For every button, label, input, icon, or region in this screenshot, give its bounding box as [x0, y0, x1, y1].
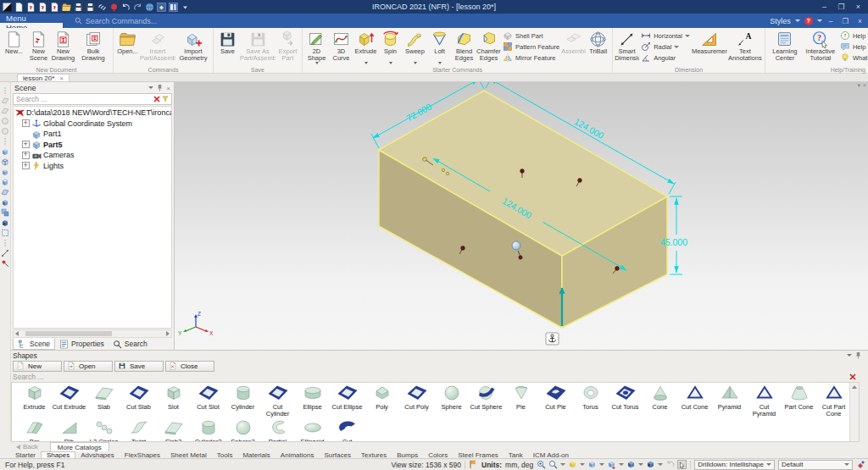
menu-tab-menu[interactable]: Menu [0, 14, 63, 23]
clear-search-icon[interactable] [849, 373, 856, 380]
scene-browser-icon[interactable] [169, 3, 178, 12]
dim-tool-icon[interactable] [1, 249, 9, 257]
button-assemble[interactable]: Assemble [561, 29, 586, 65]
catalog-item-sphere[interactable]: Sphere [434, 384, 469, 417]
styles-caret-icon[interactable] [795, 19, 800, 22]
scene-panel-tab-scene[interactable]: Scene [13, 338, 55, 350]
shapes-menu-caret-icon[interactable] [847, 354, 852, 357]
catalog-item-cut-sphere[interactable]: Cut Sphere [469, 384, 504, 417]
slab-gray-icon[interactable] [1, 107, 9, 115]
button-shell-part[interactable]: Shell Part [503, 30, 559, 41]
slab-blue-icon[interactable] [1, 188, 9, 196]
cube-blue-sel-icon[interactable] [1, 178, 9, 186]
button-help-tutorials[interactable]: Help Tutorials [840, 41, 868, 52]
save-as-icon[interactable] [86, 3, 95, 12]
render-mode-icon[interactable] [157, 3, 166, 12]
button-new[interactable]: New... [2, 29, 26, 65]
scroll-up-icon[interactable] [852, 385, 857, 389]
red-pin-icon[interactable] [520, 169, 525, 174]
button-radial[interactable]: Radial [641, 41, 690, 52]
catalog-open-button[interactable]: Open [64, 361, 113, 372]
catalog-item-cut-pie[interactable]: Cut Pie [538, 384, 573, 417]
cube-blue-solid-icon[interactable] [1, 198, 9, 207]
expand-icon[interactable] [22, 162, 30, 169]
catalog-scrollbar[interactable] [849, 383, 859, 441]
expand-icon[interactable] [22, 119, 30, 127]
catalog-item-ellipsoid[interactable]: Ellipsoid [295, 419, 330, 442]
link-icon[interactable] [97, 3, 107, 12]
button-bulk-drawing-creation[interactable]: Bulk Drawing Creation [75, 29, 111, 65]
save-icon[interactable] [74, 3, 83, 12]
panel-close-icon[interactable] [166, 84, 170, 92]
button-import-geometry[interactable]: Import Geometry [175, 29, 211, 65]
button-loft[interactable]: Loft [427, 29, 452, 65]
cube-render-icon[interactable] [626, 460, 636, 469]
undo-icon[interactable] [121, 3, 131, 12]
minimize-button[interactable]: – [816, 2, 832, 13]
bulk-drawing-icon[interactable] [50, 3, 59, 12]
dim-width-label[interactable]: 72.000 [404, 101, 433, 123]
yellow-pin-icon[interactable] [446, 172, 448, 174]
pointer-icon[interactable] [677, 460, 687, 469]
button-chamfer-edges[interactable]: Chamfer Edges [476, 29, 501, 65]
cube-blue-icon[interactable] [1, 147, 9, 156]
close-button[interactable]: × [850, 2, 866, 13]
catalog-item-cut-cylinder[interactable]: Cut Cylinder [260, 384, 295, 417]
button-what-s-new[interactable]: What's New [840, 53, 868, 63]
scene-search-input[interactable]: Search ... [13, 93, 172, 105]
catalog-item-cone[interactable]: Cone [643, 384, 677, 417]
more-catalogs-tab[interactable]: More Catalogs [50, 442, 109, 451]
pin-icon[interactable] [855, 351, 861, 359]
catalog-item-l3-circles[interactable]: L3 Circles [86, 419, 121, 442]
catalog-item-ellipse[interactable]: Ellipse [295, 384, 330, 417]
cube-blue-open-icon[interactable] [1, 158, 9, 166]
catalog-item-rib[interactable]: Rib [52, 419, 86, 442]
scene-panel-tab-properties[interactable]: Properties [55, 338, 108, 350]
button-sweep[interactable]: Sweep [403, 29, 427, 65]
catalog-item-slot[interactable]: Slot [156, 384, 191, 417]
markup-icon[interactable] [109, 3, 119, 12]
catalog-save-button[interactable]: Save [114, 361, 164, 372]
catalog-item-cut-cone[interactable]: Cut Cone [677, 384, 712, 417]
cube-blue-icon[interactable] [587, 460, 597, 469]
grip-icon[interactable] [1, 86, 9, 95]
cube-add-icon[interactable] [607, 460, 616, 469]
catalog-item-pie[interactable]: Pie [504, 384, 538, 417]
catalog-item-slab[interactable]: Slab [86, 384, 121, 417]
sphere-handle-icon[interactable] [512, 241, 520, 250]
units-value[interactable]: mm, deg [505, 461, 533, 469]
button-mirror-feature[interactable]: Mirror Feature [503, 53, 559, 63]
cube-blue-dark-icon[interactable] [1, 218, 9, 227]
button-new-scene[interactable]: New Scene [26, 29, 51, 65]
button-extrude[interactable]: Extrude [353, 29, 378, 65]
button-save[interactable]: Save [215, 29, 240, 65]
new-document-icon[interactable] [14, 3, 24, 12]
viewport-close-icon[interactable] [863, 82, 866, 89]
button-measurement[interactable]: Measurement [692, 29, 727, 65]
panel-menu-caret-icon[interactable] [148, 86, 153, 89]
document-tab[interactable]: lesson 20* [17, 74, 70, 81]
open-icon[interactable] [62, 3, 71, 12]
circle-gray-icon[interactable] [1, 127, 9, 135]
catalog-item-partial-torus[interactable]: Partial Torus [260, 419, 295, 442]
undo-icon[interactable] [665, 460, 675, 469]
app-logo-icon[interactable] [3, 3, 12, 12]
cube-blue-frame-icon[interactable] [1, 229, 9, 237]
button-open[interactable]: Open... [115, 29, 140, 65]
styles-dropdown[interactable]: Styles [770, 17, 791, 25]
button-save-as-part-assembly[interactable]: Save As Part/Assembly... [240, 29, 275, 65]
grip-icon[interactable] [1, 239, 9, 247]
doc-minimize-button[interactable]: – [826, 17, 836, 25]
catalog-item-poly[interactable]: Poly [364, 384, 399, 417]
scroll-right-icon[interactable] [166, 331, 170, 336]
red-pin-icon[interactable] [578, 179, 582, 183]
cube-solid-icon[interactable] [646, 460, 655, 469]
button-blend-edges[interactable]: Blend Edges [452, 29, 476, 65]
catalog-item-pyramid[interactable]: Pyramid [712, 384, 747, 417]
tree-item-lights[interactable]: Lights [14, 161, 171, 172]
style-dropdown[interactable]: Default [778, 460, 853, 470]
button-triball[interactable]: TriBall [586, 29, 610, 65]
catalog-item-cylinder[interactable]: Cylinder [225, 384, 260, 417]
command-search[interactable]: Search Commands... [75, 14, 158, 28]
yellow-pin-icon[interactable] [423, 158, 427, 162]
